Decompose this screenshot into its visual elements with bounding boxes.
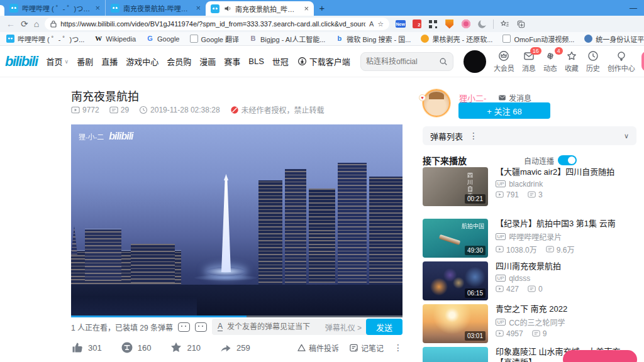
up-name[interactable]: blackdrink <box>509 180 543 189</box>
extension-cookie-icon[interactable] <box>477 19 487 30</box>
danmaku-settings-icon[interactable] <box>195 322 207 332</box>
crown-icon <box>498 50 509 62</box>
menu-history[interactable]: 历史 <box>586 50 600 73</box>
favorite-button[interactable]: 210 <box>170 341 201 354</box>
add-favorite-icon[interactable]: ☆ <box>377 21 384 28</box>
browser-tab-active[interactable]: 南充夜景航拍_哔哩哔哩_bili × <box>206 1 314 16</box>
browser-tab-1[interactable]: 哔哩哔哩 ( ゜- ゜)つロ 干杯~-bili × <box>4 0 105 16</box>
recommended-video-3[interactable]: 06:15 四川南充夜景航拍 UPqldsss 427 0 <box>423 261 636 300</box>
menu-vip[interactable]: 大会员 <box>494 50 514 73</box>
share-button[interactable]: 259 <box>219 341 250 354</box>
nav-bangumi[interactable]: 番剧 <box>77 55 93 67</box>
autoplay-toggle[interactable] <box>558 155 577 165</box>
danmaku-etiquette-link[interactable]: 弹幕礼仪 > <box>325 322 362 332</box>
up-name[interactable]: 哔哩哔哩纪录片 <box>509 231 562 242</box>
tab-close-icon[interactable]: × <box>95 3 100 13</box>
danmaku-list-panel[interactable]: 弹幕列表 ⋮ ∨ <box>423 126 636 145</box>
nav-manga[interactable]: 漫画 <box>199 55 216 67</box>
search-icon[interactable] <box>439 57 448 66</box>
video-card-title[interactable]: 【纪录片】航拍中国3 第1集 云南 <box>496 219 636 229</box>
coin-button[interactable]: 160 <box>121 341 152 354</box>
nav-home[interactable]: 首页∨ <box>47 55 69 67</box>
tab-close-icon[interactable]: × <box>196 3 201 13</box>
browser-tab-2[interactable]: 南充夜景航拍-哔哩哔哩_Bilibili × <box>105 0 206 16</box>
download-client-link[interactable]: 下载客户端 <box>297 55 350 67</box>
favorites-icon[interactable] <box>499 19 510 30</box>
site-search-box[interactable] <box>360 52 453 71</box>
danmaku-list-menu-icon[interactable]: ⋮ <box>469 131 478 141</box>
more-actions-icon[interactable]: ⋮ <box>394 343 402 353</box>
nav-worlds[interactable]: 世冠 <box>272 55 289 67</box>
danmaku-input[interactable] <box>227 322 321 331</box>
star-icon <box>566 50 577 62</box>
extension-downloader-icon[interactable]: 2 <box>411 19 422 30</box>
send-danmaku-button[interactable]: 发送 <box>366 319 402 335</box>
bookmark-google[interactable]: GGoogle <box>146 35 179 43</box>
expand-chevron-icon[interactable]: ∨ <box>624 132 629 140</box>
extension-adguard-icon[interactable] <box>444 19 455 30</box>
play-count: 1038.0万 <box>496 244 537 255</box>
bookmark-google-translate[interactable]: Google 翻译 <box>190 34 240 44</box>
upload-button[interactable]: 投稿 <box>641 52 644 71</box>
bilibili-logo[interactable]: bilibili <box>5 53 38 70</box>
video-card-title[interactable]: 【大疆mavic air2】四川自贡随拍 <box>496 167 636 178</box>
bookmark-wikipedia[interactable]: WWikipedia <box>94 35 136 43</box>
bookmark-ghxi[interactable]: 果核剥壳 - 还原软... <box>421 34 492 44</box>
video-thumbnail[interactable]: 03:01 <box>423 304 488 343</box>
audio-playing-icon[interactable] <box>223 4 231 13</box>
recommended-video-2[interactable]: 航拍中国 49:30 【纪录片】航拍中国3 第1集 云南 UP哔哩哔哩纪录片 1… <box>423 219 636 258</box>
up-name[interactable]: qldsss <box>509 274 530 283</box>
bookmark-bigjpg[interactable]: BBigjpg - AI人工智能... <box>249 34 325 44</box>
nav-vip-shop[interactable]: 会员购 <box>167 55 191 67</box>
up-name[interactable]: CC的三之轮同学 <box>509 317 565 327</box>
danmaku-input-box[interactable]: A 弹幕礼仪 > 发送 <box>212 319 402 335</box>
menu-creator-center[interactable]: 创作中心 <box>608 50 635 73</box>
user-avatar[interactable] <box>464 50 486 73</box>
bookmark-omofun[interactable]: OmoFun动漫视频... <box>502 34 574 44</box>
report-button[interactable]: 稿件投诉 <box>297 343 339 353</box>
uploader-avatar[interactable] <box>423 89 450 117</box>
recommended-video-4[interactable]: 03:01 青空之下 南充 2022 UPCC的三之轮同学 4957 9 <box>423 304 636 343</box>
nav-live[interactable]: 直播 <box>101 55 118 67</box>
extension-qrcode-icon[interactable] <box>428 19 438 30</box>
floating-banner[interactable] <box>563 350 637 362</box>
bookmark-bing[interactable]: b微软 Bing 搜索 - 国... <box>335 34 411 44</box>
messages-badge: 16 <box>530 47 541 55</box>
extension-pink-icon[interactable] <box>460 19 471 30</box>
video-player[interactable]: 狸-小-二 bilibili <box>71 124 402 317</box>
nav-bls[interactable]: BLS <box>248 57 264 66</box>
video-card-title[interactable]: 青空之下 南充 2022 <box>496 304 636 315</box>
collections-icon[interactable] <box>516 19 526 30</box>
video-card-title[interactable]: 四川南充夜景航拍 <box>496 261 636 272</box>
video-thumbnail[interactable] <box>423 347 488 362</box>
follow-button[interactable]: + 关注 68 <box>458 102 550 119</box>
danmaku-toggle-icon[interactable] <box>178 322 190 332</box>
like-button[interactable]: 301 <box>71 341 102 354</box>
danmaku-font-icon[interactable]: A <box>218 322 223 331</box>
tab-close-icon[interactable]: × <box>304 4 309 13</box>
address-bar[interactable]: https://www.bilibili.com/video/BV1gJ4119… <box>45 18 389 30</box>
search-input[interactable] <box>366 57 435 66</box>
read-aloud-icon[interactable]: A <box>369 21 374 28</box>
menu-dynamics[interactable]: 动态 4 <box>543 50 557 73</box>
home-icon[interactable]: ⌂ <box>34 19 39 28</box>
video-thumbnail[interactable]: 06:15 <box>423 261 488 300</box>
video-thumbnail[interactable]: 航拍中国 49:30 <box>423 219 488 258</box>
note-button[interactable]: 记笔记 <box>349 343 384 353</box>
recommended-video-1[interactable]: 四川自贡 00:21 【大疆mavic air2】四川自贡随拍 UPblackd… <box>423 167 636 206</box>
nav-esports[interactable]: 赛事 <box>224 55 240 67</box>
minimize-button[interactable]: — <box>623 0 644 16</box>
bookmark-bilibili[interactable]: 哔哩哔哩 ( ゜- ゜)つ... <box>6 34 84 44</box>
refresh-icon[interactable]: ⟳ <box>21 19 28 28</box>
bookmark-sso-1[interactable]: 统一身份认证平台 <box>584 34 644 44</box>
back-icon[interactable]: ← <box>6 19 15 28</box>
video-thumbnail[interactable]: 四川自贡 00:21 <box>423 167 488 206</box>
send-message-link[interactable]: 发消息 <box>498 92 531 103</box>
nav-game-center[interactable]: 游戏中心 <box>126 55 158 67</box>
menu-messages[interactable]: 消息 16 <box>522 50 536 73</box>
browser-window: 哔哩哔哩 ( ゜- ゜)つロ 干杯~-bili × 南充夜景航拍-哔哩哔哩_Bi… <box>0 0 644 362</box>
new-tab-button[interactable]: + <box>314 0 330 16</box>
menu-favorites[interactable]: 收藏 <box>565 50 579 73</box>
url-text[interactable]: https://www.bilibili.com/video/BV1gJ4119… <box>60 20 365 28</box>
extension-newtab-icon[interactable]: New <box>395 19 406 30</box>
